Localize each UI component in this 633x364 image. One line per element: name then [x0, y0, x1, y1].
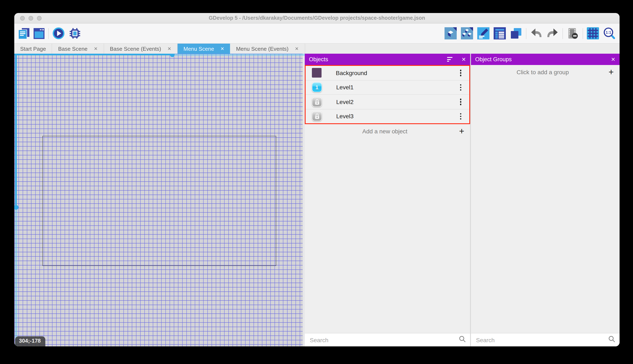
- lock-button-icon: [312, 97, 322, 107]
- add-group-row[interactable]: Click to add a group +: [471, 65, 619, 79]
- properties-icon[interactable]: [477, 27, 489, 40]
- objects-editor-icon[interactable]: [445, 27, 457, 40]
- close-tab-icon[interactable]: ✕: [94, 46, 98, 52]
- selection-edge-left-faint: [15, 210, 17, 346]
- tab-label: Menu Scene: [183, 46, 214, 52]
- objects-panel-header: Objects ✕: [305, 54, 470, 65]
- selection-edge-left: [15, 54, 17, 210]
- scene-canvas[interactable]: 304;-178: [14, 54, 305, 346]
- redo-icon[interactable]: [546, 27, 559, 40]
- window-title: GDevelop 5 - /Users/dkarakay/Documents/G…: [14, 15, 619, 21]
- close-tab-icon[interactable]: ✕: [220, 46, 224, 52]
- toolbar: 1:1: [14, 24, 619, 44]
- tab-label: Base Scene (Events): [110, 46, 161, 52]
- object-menu-icon[interactable]: [459, 112, 463, 121]
- groups-panel-header: Object Groups ✕: [471, 54, 619, 65]
- lock-button-icon: [312, 111, 322, 122]
- gdevelop-window: GDevelop 5 - /Users/dkarakay/Documents/G…: [14, 13, 619, 346]
- objects-panel-body[interactable]: [305, 138, 470, 333]
- tab-base-scene[interactable]: Base Scene ✕: [52, 44, 104, 54]
- screen: GDevelop 5 - /Users/dkarakay/Documents/G…: [0, 0, 633, 364]
- close-tab-icon[interactable]: ✕: [167, 46, 171, 52]
- cursor-coordinates: 304;-178: [15, 336, 45, 346]
- close-panel-icon[interactable]: ✕: [462, 56, 466, 62]
- add-icon[interactable]: +: [608, 68, 614, 76]
- play-icon[interactable]: [53, 27, 65, 40]
- object-row-level1[interactable]: 1 Level1: [305, 80, 469, 95]
- object-menu-icon[interactable]: [459, 68, 463, 77]
- objects-list-highlighted: Background 1 Level1: [305, 65, 470, 124]
- debug-icon[interactable]: [69, 27, 81, 40]
- project-manager-icon[interactable]: [19, 28, 29, 39]
- instances-list-icon[interactable]: [494, 27, 506, 40]
- add-group-label: Click to add a group: [477, 68, 608, 75]
- scene-editor-window-icon[interactable]: [34, 28, 45, 39]
- object-name: Background: [336, 70, 459, 76]
- objects-panel: Objects ✕ Background 1 Level1: [305, 54, 470, 346]
- object-row-level3[interactable]: Level3: [305, 109, 469, 123]
- object-row-background[interactable]: Background: [305, 66, 469, 80]
- object-menu-icon[interactable]: [459, 83, 463, 92]
- tab-menu-scene[interactable]: Menu Scene ✕: [178, 44, 230, 54]
- add-object-row[interactable]: Add a new object +: [305, 124, 470, 138]
- groups-search-bar: [471, 333, 619, 346]
- groups-search-input[interactable]: [475, 336, 608, 344]
- object-groups-editor-icon[interactable]: [461, 27, 473, 40]
- toolbar-right-group: 1:1: [445, 27, 615, 40]
- level1-button-icon: 1: [312, 82, 322, 92]
- object-menu-icon[interactable]: [459, 97, 463, 106]
- close-panel-icon[interactable]: ✕: [611, 56, 615, 62]
- scene-window-outline: [42, 136, 276, 266]
- toolbar-divider: [583, 28, 583, 39]
- selection-edge-top-faint: [175, 54, 305, 56]
- add-icon[interactable]: +: [459, 127, 464, 136]
- groups-panel-body[interactable]: [471, 79, 619, 333]
- toolbar-divider: [48, 28, 49, 39]
- object-groups-panel: Object Groups ✕ Click to add a group +: [471, 54, 619, 346]
- toolbar-divider: [562, 28, 563, 39]
- tab-base-scene-events[interactable]: Base Scene (Events) ✕: [104, 44, 178, 54]
- object-name: Level2: [336, 98, 459, 105]
- add-object-label: Add a new object: [311, 128, 459, 134]
- filter-icon[interactable]: [447, 57, 452, 62]
- toggle-grid-icon[interactable]: [587, 27, 599, 40]
- search-icon: [459, 336, 466, 344]
- undo-icon[interactable]: [530, 27, 542, 40]
- objects-panel-title: Objects: [309, 56, 447, 62]
- toolbar-divider: [526, 28, 526, 39]
- object-name: Level3: [336, 113, 459, 120]
- close-tab-icon[interactable]: ✕: [295, 46, 299, 52]
- objects-search-input[interactable]: [309, 336, 459, 344]
- tab-start-page[interactable]: Start Page: [14, 44, 52, 54]
- toggle-mask-icon[interactable]: [567, 27, 579, 40]
- groups-panel-title: Object Groups: [475, 56, 611, 62]
- title-bar: GDevelop 5 - /Users/dkarakay/Documents/G…: [14, 13, 619, 24]
- tab-bar: Start Page Base Scene ✕ Base Scene (Even…: [14, 44, 619, 54]
- tab-menu-scene-events[interactable]: Menu Scene (Events) ✕: [230, 44, 305, 54]
- search-icon: [608, 336, 615, 344]
- zoom-original-icon[interactable]: 1:1: [603, 27, 615, 40]
- objects-search-bar: [305, 333, 470, 346]
- background-thumbnail-icon: [312, 68, 322, 78]
- main-area: 304;-178 Objects ✕ Background 1: [14, 54, 619, 346]
- svg-text:1:1: 1:1: [606, 30, 611, 34]
- tab-label: Menu Scene (Events): [236, 46, 288, 52]
- layers-icon[interactable]: [510, 27, 522, 40]
- object-name: Level1: [336, 84, 459, 91]
- tab-label: Start Page: [20, 46, 46, 52]
- object-row-level2[interactable]: Level2: [305, 95, 469, 109]
- selection-edge-top: [14, 54, 175, 55]
- tab-label: Base Scene: [58, 46, 88, 52]
